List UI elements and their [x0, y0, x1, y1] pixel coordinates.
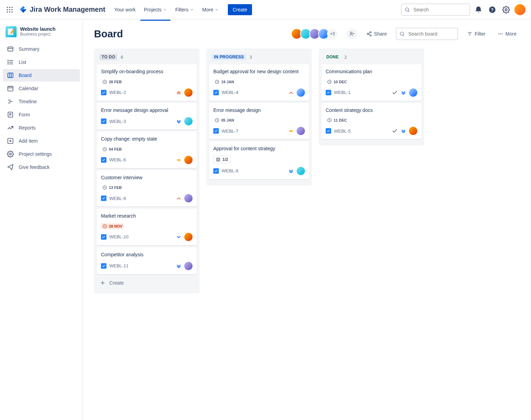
- assignee-avatar[interactable]: [297, 127, 305, 135]
- sidebar-summary[interactable]: Summary: [3, 43, 80, 55]
- add-icon: [7, 137, 14, 144]
- sidebar-add-item[interactable]: Add item: [3, 135, 80, 147]
- more-button[interactable]: More: [494, 29, 520, 39]
- jira-logo[interactable]: Jira Work Management: [19, 6, 105, 14]
- date-chip: 11 DEC: [326, 117, 348, 123]
- assignee-avatar[interactable]: [184, 88, 193, 97]
- card-title: Budget approval for new design content: [213, 68, 305, 75]
- assignee-avatar[interactable]: [409, 88, 417, 97]
- task-key: WEBL-6: [109, 157, 126, 162]
- board-search: [396, 28, 458, 40]
- sidebar-timeline[interactable]: Timeline: [3, 95, 80, 108]
- sidebar-form[interactable]: Form: [3, 108, 80, 121]
- card-title: Communications plan: [326, 68, 417, 75]
- sidebar-board[interactable]: Board: [3, 69, 80, 82]
- member-avatar-more[interactable]: +3: [327, 28, 338, 39]
- date-chip: 28 NOV: [101, 223, 124, 229]
- assignee-avatar[interactable]: [297, 88, 305, 97]
- priority-icon: [288, 90, 294, 95]
- assignee-avatar[interactable]: [184, 194, 193, 202]
- board-title: Board: [94, 28, 123, 40]
- top-nav: Jira Work Management Your work Projects …: [0, 0, 531, 19]
- column-header: TO DO 6: [97, 52, 197, 64]
- board-columns: TO DO 6 Simplify on-boarding process 28 …: [94, 48, 520, 294]
- card-footer: WEBL-10: [101, 233, 193, 241]
- card[interactable]: Competitor analysis WEBL-11: [97, 247, 197, 274]
- user-avatar[interactable]: [514, 4, 525, 15]
- assignee-avatar[interactable]: [184, 117, 193, 125]
- sidebar-reports[interactable]: Reports: [3, 122, 80, 134]
- card-title: Content strategy docs: [326, 107, 417, 114]
- card[interactable]: Simplify on-boarding process 28 FEB WEBL…: [97, 64, 197, 101]
- create-card-button[interactable]: Create: [97, 276, 197, 289]
- card[interactable]: Market research 28 NOV WEBL-10: [97, 209, 197, 245]
- filter-button[interactable]: Filter: [464, 29, 489, 39]
- gear-icon: [7, 151, 14, 158]
- task-key: WEBL-4: [222, 90, 238, 95]
- sidebar-project-settings[interactable]: Project settings: [3, 148, 80, 160]
- priority-icon: [176, 195, 181, 201]
- clock-icon: [327, 79, 332, 84]
- task-type-icon: [101, 157, 106, 163]
- create-button[interactable]: Create: [228, 4, 252, 15]
- column-header: IN PROGRESS 3: [209, 52, 309, 64]
- assignee-avatar[interactable]: [184, 233, 193, 241]
- task-key: WEBL-9: [109, 196, 126, 201]
- column-count: 3: [250, 55, 252, 60]
- global-search: [401, 3, 470, 16]
- card[interactable]: Approval for content strategy 1/2 WEBL-8: [209, 141, 309, 179]
- task-key: WEBL-11: [109, 263, 129, 268]
- column-progress: IN PROGRESS 3 Budget approval for new de…: [206, 48, 312, 185]
- assignee-avatar[interactable]: [297, 167, 305, 175]
- task-type-icon: [326, 128, 331, 134]
- task-type-icon: [213, 90, 219, 95]
- assignee-avatar[interactable]: [409, 127, 417, 135]
- avatar-stack: +3: [293, 28, 338, 39]
- card[interactable]: Content strategy docs 11 DEC WEBL-5: [322, 103, 421, 140]
- card-title: Competitor analysis: [101, 251, 193, 258]
- clock-icon: [215, 79, 220, 84]
- card-title: Error message design approval: [101, 107, 193, 114]
- notifications-icon[interactable]: [473, 4, 484, 15]
- task-type-icon: [101, 195, 106, 201]
- svg-point-7: [9, 11, 10, 12]
- list-icon: [7, 59, 14, 66]
- nav-filters[interactable]: Filters: [172, 4, 197, 15]
- sidebar-give-feedback[interactable]: Give feedback: [3, 161, 80, 173]
- card[interactable]: Customer interview 13 FEB WEBL-9: [97, 170, 197, 207]
- card[interactable]: Error message design 05 JAN WEBL-7: [209, 103, 309, 140]
- task-key: WEBL-5: [334, 128, 351, 134]
- share-button[interactable]: Share: [363, 29, 390, 39]
- project-header[interactable]: 📝 Website launch Business project: [3, 25, 80, 43]
- board-icon: [7, 72, 14, 79]
- board-search-input[interactable]: [396, 28, 458, 40]
- nav-projects[interactable]: Projects: [140, 4, 170, 15]
- date-chip: 13 FEB: [101, 184, 123, 191]
- sidebar-list[interactable]: List: [3, 56, 80, 68]
- assignee-avatar[interactable]: [184, 156, 193, 164]
- card-title: Simplify on-boarding process: [101, 68, 193, 75]
- assignee-avatar[interactable]: [184, 262, 193, 270]
- add-user-button[interactable]: [346, 28, 357, 39]
- date-chip: 28 FEB: [101, 79, 123, 85]
- card-title: Copy change: empty state: [101, 136, 193, 143]
- feedback-icon: [7, 164, 14, 171]
- nav-more[interactable]: More: [199, 4, 222, 15]
- settings-icon[interactable]: [501, 4, 512, 15]
- card[interactable]: Communications plan 10 DEC WEBL-1: [322, 64, 421, 101]
- share-icon: [366, 31, 372, 37]
- card[interactable]: Copy change: empty state 04 FEB WEBL-6: [97, 132, 197, 168]
- sidebar-calendar[interactable]: Calendar: [3, 82, 80, 95]
- apps-switcher-icon[interactable]: [6, 6, 14, 14]
- priority-icon: [288, 168, 294, 174]
- card[interactable]: Budget approval for new design content 1…: [209, 64, 309, 101]
- help-icon[interactable]: ?: [487, 4, 498, 15]
- nav-your-work[interactable]: Your work: [111, 4, 139, 15]
- card-footer: WEBL-1: [326, 88, 417, 97]
- search-input[interactable]: [401, 3, 470, 16]
- task-type-icon: [101, 118, 106, 124]
- column-todo: TO DO 6 Simplify on-boarding process 28 …: [94, 48, 199, 294]
- priority-icon: [288, 128, 294, 134]
- task-key: WEBL-10: [109, 234, 129, 239]
- card[interactable]: Error message design approval WEBL-3: [97, 103, 197, 130]
